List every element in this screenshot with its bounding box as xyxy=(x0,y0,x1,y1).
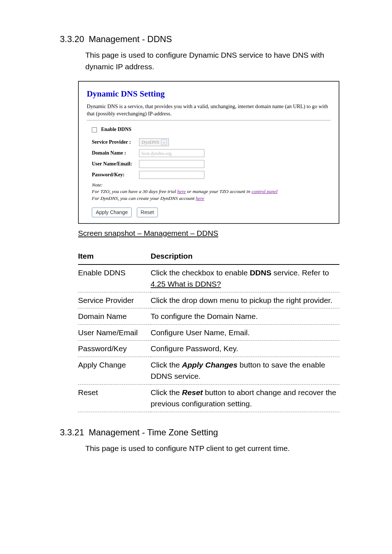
table-row: Enable DDNS Click the checkbox to enable… xyxy=(78,264,339,292)
desc-cell: Click the Reset button to abort change a… xyxy=(151,384,339,412)
section-heading-timezone: 3.3.21 Management - Time Zone Setting xyxy=(60,426,339,439)
user-name-label: User Name/Email: xyxy=(92,161,139,168)
password-label: Password/Key: xyxy=(92,172,139,178)
screenshot-title: Dynamic DNS Setting xyxy=(87,88,331,99)
screenshot-desc: Dynamic DNS is a service, that provides … xyxy=(87,103,331,120)
table-row: User Name/Email Configure User Name, Ema… xyxy=(78,324,339,341)
item-cell: User Name/Email xyxy=(78,324,151,341)
item-cell: Reset xyxy=(78,384,151,412)
item-cell: Enable DDNS xyxy=(78,264,151,292)
password-row: Password/Key: xyxy=(92,171,331,179)
section-number: 3.3.20 xyxy=(60,34,84,44)
tzo-trial-link[interactable]: here xyxy=(177,189,186,194)
note-line-2: For DynDNS, you can create your DynDNS a… xyxy=(92,195,331,202)
domain-name-input[interactable]: host.dyndns.org xyxy=(139,149,204,157)
domain-name-row: Domain Name : host.dyndns.org xyxy=(92,149,331,157)
table-row: Apply Change Click the Apply Changes but… xyxy=(78,357,339,384)
desc-cell: Click the checkbox to enable DDNS servic… xyxy=(151,264,339,292)
chevron-down-icon: ⌄ xyxy=(161,139,167,145)
desc-cell: To configure the Domain Name. xyxy=(151,308,339,325)
enable-ddns-label: Enable DDNS xyxy=(101,127,132,132)
section-number: 3.3.21 xyxy=(60,427,84,437)
table-row: Password/Key Configure Password, Key. xyxy=(78,341,339,357)
table-row: Service Provider Click the drop down men… xyxy=(78,292,339,308)
user-name-input[interactable] xyxy=(139,160,204,168)
ddns-screenshot-panel: Dynamic DNS Setting Dynamic DNS is a ser… xyxy=(78,81,339,224)
user-name-row: User Name/Email: xyxy=(92,160,331,168)
enable-ddns-checkbox[interactable] xyxy=(92,127,97,132)
item-cell: Domain Name xyxy=(78,308,151,325)
enable-ddns-row: Enable DDNS xyxy=(92,126,331,133)
section-heading-ddns: 3.3.20 Management - DDNS xyxy=(60,33,339,46)
section-title: Management - Time Zone Setting xyxy=(89,427,218,437)
th-description: Description xyxy=(151,248,339,264)
desc-cell: Click the Apply Changes button to save t… xyxy=(151,357,339,384)
button-row: Apply Change Reset xyxy=(92,208,331,217)
item-cell: Password/Key xyxy=(78,341,151,357)
tzo-control-panel-link[interactable]: control panel xyxy=(252,189,278,194)
apply-change-button[interactable]: Apply Change xyxy=(92,208,132,217)
password-input[interactable] xyxy=(139,171,204,179)
description-table: Item Description Enable DDNS Click the c… xyxy=(78,248,339,412)
item-cell: Service Provider xyxy=(78,292,151,308)
desc-cell: Click the drop down menu to pickup the r… xyxy=(151,292,339,308)
note-line-1: For TZO, you can have a 30 days free tri… xyxy=(92,188,331,195)
dyndns-account-link[interactable]: here xyxy=(196,196,204,201)
desc-cell: Configure Password, Key. xyxy=(151,341,339,357)
desc-cell: Configure User Name, Email. xyxy=(151,324,339,341)
service-provider-row: Service Provider : DynDNS ⌄ xyxy=(92,138,331,146)
section-title: Management - DDNS xyxy=(89,34,172,44)
service-provider-value: DynDNS xyxy=(142,139,159,145)
table-row: Reset Click the Reset button to abort ch… xyxy=(78,384,339,412)
th-item: Item xyxy=(78,248,151,264)
screenshot-caption: Screen snapshot – Management – DDNS xyxy=(78,227,339,239)
service-provider-select[interactable]: DynDNS ⌄ xyxy=(139,138,169,146)
section-intro: This page is used to configure Dynamic D… xyxy=(85,49,339,72)
what-is-ddns-link[interactable]: 4.25 What is DDNS? xyxy=(151,280,221,288)
table-row: Domain Name To configure the Domain Name… xyxy=(78,308,339,325)
note-block: Note: For TZO, you can have a 30 days fr… xyxy=(92,182,331,202)
reset-button[interactable]: Reset xyxy=(137,208,158,217)
section-intro: This page is used to configure NTP clien… xyxy=(85,443,339,454)
service-provider-label: Service Provider : xyxy=(92,139,139,146)
note-title: Note: xyxy=(92,182,331,188)
domain-name-label: Domain Name : xyxy=(92,150,139,157)
item-cell: Apply Change xyxy=(78,357,151,384)
